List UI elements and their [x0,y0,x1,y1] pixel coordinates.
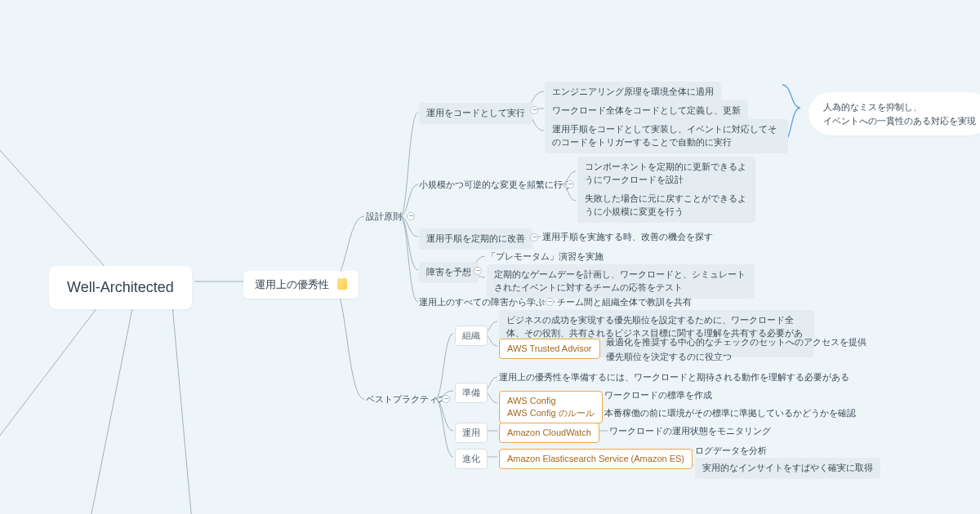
amazon-es[interactable]: Amazon Elasticsearch Service (Amazon ES) [499,449,693,469]
leaf: 最適化を推奨する中心的なチェックのセットへのアクセスを提供 [606,336,866,348]
leaf: ログデータを分析 [695,445,767,457]
subnode-evolve[interactable]: 進化 [455,449,488,469]
leaf: 本番稼働の前に環境がその標準に準拠しているかどうかを確認 [604,407,856,419]
leaf: 実用的なインサイトをすばやく確実に取得 [695,458,880,479]
expand-icon[interactable] [474,267,482,275]
node-label: 運用上の優秀性 [255,278,329,290]
expand-icon[interactable] [530,233,538,241]
mindmap-canvas: Well-Architected 運用上の優秀性 設計原則 運用をコードとして実… [0,0,980,514]
svg-line-0 [0,114,110,273]
node-refine[interactable]: 運用手順を定期的に改善 [419,228,532,250]
svg-line-1 [0,290,110,457]
leaf: 優先順位を決定するのに役立つ [606,351,732,363]
leaf: チーム間と組織全体で教訓を共有 [557,296,692,308]
node-operational-excellence[interactable]: 運用上の優秀性 [243,271,359,299]
root-title: Well-Architected [67,279,174,295]
node-small-reversible[interactable]: 小規模かつ可逆的な変更を頻繁に行う [419,179,572,191]
leaf: ワークロードの標準を作成 [604,389,712,401]
leaf: ワークロードの運用状態をモニタリング [609,425,771,437]
annotation-bubble: 人為的なミスを抑制し、 イベントへの一貫性のある対応を実現 [808,92,980,135]
expand-icon[interactable] [566,180,574,188]
node-learn[interactable]: 運用上のすべての障害から学ぶ [419,296,545,308]
expand-icon[interactable] [530,106,538,114]
leaf: コンポーネントを定期的に更新できるようにワークロードを設計 [577,157,755,191]
leaf: 運用手順をコードとして実装し、イベントに対応してそのコードをトリガーすることで自… [545,119,788,153]
expand-icon[interactable] [407,212,415,220]
svg-line-3 [172,296,192,514]
subnode-org[interactable]: 組織 [455,326,488,346]
leaf: 失敗した場合に元に戻すことができるように小規模に変更を行う [577,188,755,223]
expand-icon[interactable] [546,298,554,306]
aws-config[interactable]: AWS Config AWS Config のルール [499,391,603,423]
node-anticipate[interactable]: 障害を予想 [419,262,479,283]
subnode-operate[interactable]: 運用 [455,423,488,443]
svg-line-2 [90,296,135,514]
root-node[interactable]: Well-Architected [49,266,192,309]
leaf: 運用上の優秀性を準備するには、ワークロードと期待される動作を理解する必要がある [499,371,849,383]
leaf: 定期的なゲームデーを計画し、ワークロードと、シミュレートされたイベントに対するチ… [487,264,755,299]
note-icon [337,278,347,290]
amazon-cloudwatch[interactable]: Amazon CloudWatch [499,423,599,443]
leaf: 「プレモータム」演習を実施 [487,250,604,263]
branch-design-principles[interactable]: 設計原則 [366,210,402,223]
expand-icon[interactable] [442,395,450,403]
subnode-prepare[interactable]: 準備 [455,383,488,403]
node-code-ops[interactable]: 運用をコードとして実行 [419,103,532,124]
leaf: 運用手順を実施する時、改善の機会を探す [542,231,713,243]
branch-best-practices[interactable]: ベストプラクティス [366,393,447,405]
aws-trusted-advisor[interactable]: AWS Trusted Advisor [499,339,600,359]
